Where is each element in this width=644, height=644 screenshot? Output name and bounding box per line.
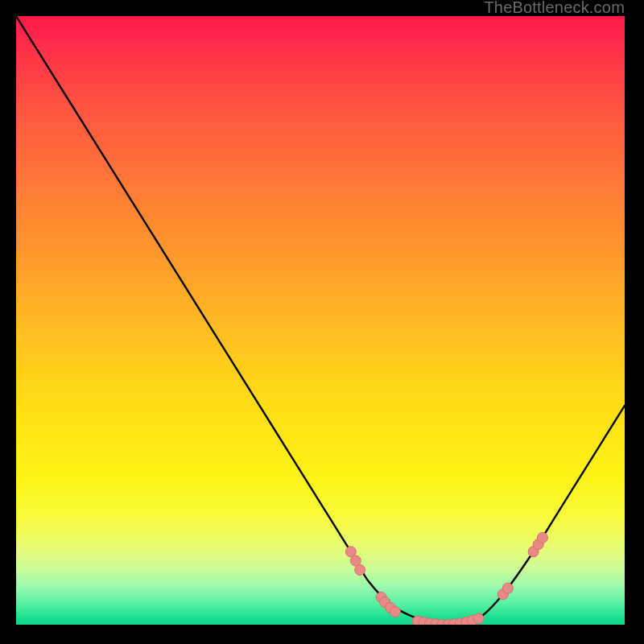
chart-frame	[16, 16, 625, 625]
chart-marker	[355, 564, 365, 575]
chart-svg	[16, 16, 625, 625]
chart-marker	[473, 613, 484, 624]
attribution-label: TheBottleneck.com	[484, 0, 625, 17]
bottleneck-curve	[16, 16, 625, 625]
chart-marker	[502, 583, 513, 593]
chart-markers	[345, 532, 547, 625]
chart-plot-area	[16, 16, 625, 625]
chart-marker	[537, 532, 547, 543]
chart-marker	[390, 607, 400, 617]
